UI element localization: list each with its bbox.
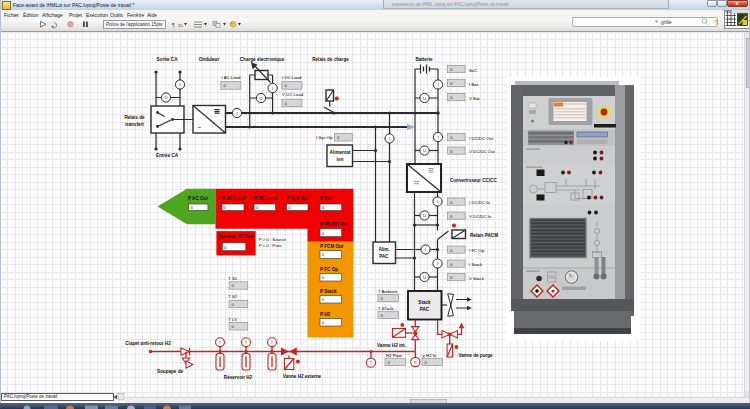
svg-text:I Bat: I Bat xyxy=(469,82,479,87)
svg-text:?: ? xyxy=(714,19,718,26)
svg-text:I: I xyxy=(272,86,273,91)
svg-text:P H2: P H2 xyxy=(320,312,331,317)
svg-text:grille: grille xyxy=(661,19,672,25)
svg-text:T S2: T S2 xyxy=(228,294,238,299)
svg-text:I: I xyxy=(389,136,390,141)
svg-text:Vanne H2 externe: Vanne H2 externe xyxy=(283,374,322,379)
svg-text:T Ambiant: T Ambiant xyxy=(378,289,398,294)
svg-text:T L3: T L3 xyxy=(228,317,237,322)
svg-text:~: ~ xyxy=(198,124,202,131)
svg-text:Stack: Stack xyxy=(418,300,431,305)
svg-text:Sortie CA: Sortie CA xyxy=(157,57,179,62)
svg-text:P FC Op: P FC Op xyxy=(320,267,338,272)
svg-text:I DC/DC Out: I DC/DC Out xyxy=(469,136,494,141)
svg-text:P Stack: P Stack xyxy=(320,289,337,294)
svg-text:Convertisseur CC/CC: Convertisseur CC/CC xyxy=(450,178,497,183)
svg-text:¶: ¶ xyxy=(172,22,175,28)
svg-text:P AC Load: P AC Load xyxy=(222,196,245,201)
svg-text:Réservoir H2: Réservoir H2 xyxy=(224,375,253,380)
svg-text:I Sys Op: I Sys Op xyxy=(316,135,333,140)
svg-text:I: I xyxy=(437,82,438,87)
svg-text:Alimentat: Alimentat xyxy=(330,150,351,155)
svg-text:P: P xyxy=(414,360,417,365)
svg-text:H2 Flow: H2 Flow xyxy=(386,353,403,358)
svg-text:Entrée CA: Entrée CA xyxy=(156,153,179,158)
svg-text:V DC/DC Out: V DC/DC Out xyxy=(469,149,496,154)
svg-text:Vanne H2 int.: Vanne H2 int. xyxy=(377,343,406,348)
svg-text:I: I xyxy=(437,135,438,140)
svg-text:U: U xyxy=(423,213,426,218)
svg-text:Soupape de: Soupape de xyxy=(157,369,183,374)
svg-text:Somme DC Bus: Somme DC Bus xyxy=(219,234,254,239)
svg-text:I FC Op: I FC Op xyxy=(469,248,485,253)
svg-text:I: I xyxy=(437,199,438,204)
svg-text:Relais PACM: Relais PACM xyxy=(470,233,498,238)
svg-text:P DC Load: P DC Load xyxy=(254,196,277,201)
svg-text:PAC: PAC xyxy=(420,307,430,312)
svg-text:p H2 In: p H2 In xyxy=(423,353,437,358)
svg-text:P DC/DC Out: P DC/DC Out xyxy=(320,222,348,227)
svg-text:V DC/DC In: V DC/DC In xyxy=(469,214,492,219)
svg-text:I: I xyxy=(437,261,438,266)
svg-text:U: U xyxy=(259,96,262,101)
svg-text:P Bat: P Bat xyxy=(320,196,332,201)
svg-text:I: I xyxy=(179,82,180,87)
svg-text:P FCM Out: P FCM Out xyxy=(320,244,344,249)
svg-text:I DC/DC In: I DC/DC In xyxy=(469,200,490,205)
svg-text:T S1: T S1 xyxy=(228,276,238,281)
svg-text:SoC: SoC xyxy=(469,68,477,73)
svg-text:V Bat: V Bat xyxy=(469,96,480,101)
svg-text:V DC Load: V DC Load xyxy=(282,92,304,97)
svg-text:Onduleur: Onduleur xyxy=(199,57,220,62)
svg-text:U: U xyxy=(164,95,167,100)
svg-text:Batterie: Batterie xyxy=(415,57,433,62)
svg-text:U: U xyxy=(423,148,426,153)
svg-text:P < 0 : Puits: P < 0 : Puits xyxy=(259,243,282,248)
svg-text:Clapet anti-retour H2: Clapet anti-retour H2 xyxy=(125,341,171,346)
svg-text:I: I xyxy=(236,111,237,116)
svg-text:I DC Load: I DC Load xyxy=(282,75,302,80)
svg-text:Alim.: Alim. xyxy=(378,247,389,252)
svg-text:PAC: PAC xyxy=(379,254,389,259)
svg-text:15: 15 xyxy=(178,23,183,28)
svg-text:ion: ion xyxy=(337,157,344,162)
svg-text:U: U xyxy=(423,96,426,101)
svg-text:U: U xyxy=(423,275,426,280)
svg-text:I Stack: I Stack xyxy=(469,262,483,267)
svg-text:Relais de charge: Relais de charge xyxy=(312,57,349,62)
svg-text:Relais de: Relais de xyxy=(124,115,145,120)
svg-text:P > 0 : Source: P > 0 : Source xyxy=(259,237,287,242)
svg-text:P Sys Op: P Sys Op xyxy=(287,196,307,201)
svg-text:T STack: T STack xyxy=(378,306,394,311)
svg-text:I AC Load: I AC Load xyxy=(222,75,241,80)
svg-text:transfert: transfert xyxy=(125,122,144,127)
svg-text:Vanne de purge: Vanne de purge xyxy=(458,353,493,358)
svg-text:P AC Out: P AC Out xyxy=(188,196,208,201)
svg-text:Charge électronique: Charge électronique xyxy=(240,57,285,62)
svg-text:V Stack: V Stack xyxy=(469,276,485,281)
svg-text:I: I xyxy=(425,247,426,252)
